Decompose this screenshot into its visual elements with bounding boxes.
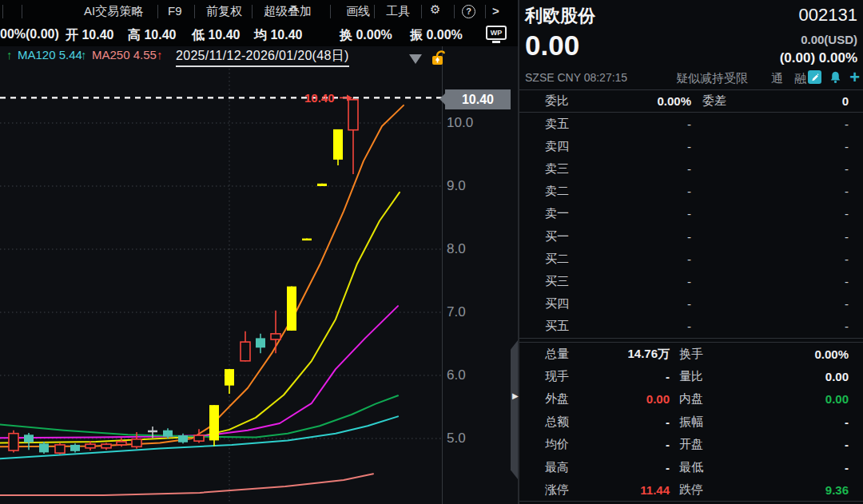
stat-value: 0.00 [735, 392, 849, 406]
usd-price: 0.00(USD) [801, 33, 857, 46]
weicha-value: 0 [726, 94, 849, 108]
level-volume: - [691, 252, 849, 266]
stat-value: 0.00 [601, 392, 670, 406]
quote-low: 低 10.40 [192, 27, 240, 44]
level-label: 买二 [545, 252, 601, 267]
last-price: 0.00 [525, 30, 579, 62]
ma120-label: MA120 5.44 [18, 48, 82, 62]
tab-f9[interactable]: F9 [168, 4, 182, 18]
price-change: (0.00) 0.00% [780, 50, 857, 66]
ask-row[interactable]: 卖一 - - [519, 203, 863, 225]
stat-label: 总量 [545, 347, 601, 362]
level-volume: - [691, 207, 849, 220]
level-volume: - [691, 275, 849, 288]
stat-label: 涨停 [545, 482, 601, 498]
bid-row[interactable]: 买四 - - [519, 293, 863, 315]
level-volume: - [691, 162, 849, 176]
level-label: 买一 [545, 229, 601, 244]
stat-row: 现手 - 量比 0.00 [519, 365, 863, 387]
level-label: 卖三 [545, 161, 601, 177]
unlock-icon[interactable] [431, 49, 446, 67]
quote-avg: 均 10.40 [254, 27, 302, 44]
bid-row[interactable]: 买五 - - [519, 315, 863, 338]
restriction-tag: 疑似减持受限 [676, 71, 748, 86]
level-label: 卖二 [545, 184, 601, 199]
weibi-row: 委比 0.00% 委差 0 [519, 89, 863, 113]
bid-row[interactable]: 买二 - - [519, 248, 863, 270]
bell-alert-icon[interactable] [829, 71, 841, 84]
stat-label: 总额 [545, 415, 601, 430]
y-axis-tick: 8.0 [447, 241, 466, 257]
add-plus-icon[interactable]: + [849, 71, 860, 84]
tab-draw-line[interactable]: 画线 [346, 4, 370, 19]
stat-row: 均价 - 开盘 - [519, 434, 863, 456]
level-volume: - [691, 319, 849, 333]
ask-row[interactable]: 卖二 - - [519, 181, 863, 203]
level-price: - [601, 230, 691, 244]
stat-value: - [735, 415, 849, 429]
stats-grid: 总量 14.76万 换手 0.00%现手 - 量比 0.00外盘 0.00 内盘… [519, 342, 863, 502]
ask-row[interactable]: 卖三 - - [519, 157, 863, 180]
level-price: - [601, 162, 691, 176]
stat-value: 11.44 [601, 483, 670, 497]
svg-text:10.40: 10.40 [304, 91, 335, 105]
stat-label: 最低 [679, 460, 735, 475]
stat-label: 开盘 [679, 437, 735, 452]
wp-monitor-icon[interactable]: WP [486, 26, 507, 40]
header-icons: + [808, 70, 860, 84]
level-price: - [601, 207, 691, 220]
quote-high: 高 10.40 [128, 27, 176, 44]
gear-icon[interactable]: ⚙ [430, 2, 440, 17]
quote-pct: 00%(0.00) [0, 27, 59, 42]
quote-amplitude: 振 0.00% [410, 27, 463, 44]
level-volume: - [691, 297, 849, 311]
trend-arrow-icon: ↑ [157, 48, 163, 62]
panel-expand-arrow-icon[interactable]: ▶ [512, 391, 519, 400]
level-price: - [601, 275, 691, 288]
ma-legend-row: ↑ MA120 5.44 ↑ MA250 4.55 ↑ 2025/11/12-2… [0, 48, 518, 67]
level-price: - [601, 319, 691, 333]
quote-summary-bar: 00%(0.00) 开 10.40 高 10.40 低 10.40 均 10.4… [0, 23, 518, 46]
level-price: - [601, 297, 691, 311]
stat-label: 最高 [545, 460, 601, 475]
level-label: 买三 [545, 274, 601, 289]
stat-value: - [735, 438, 849, 451]
level-price: - [601, 140, 691, 153]
date-range-selector[interactable]: 2025/11/12-2026/01/20(48日) [176, 48, 349, 67]
stat-label: 现手 [545, 369, 601, 384]
stat-row: 涨停 11.44 跌停 9.36 [519, 478, 863, 501]
stat-value: 9.36 [735, 483, 849, 497]
tab-super-overlay[interactable]: 超级叠加 [264, 4, 312, 19]
ask-row[interactable]: 卖四 - - [519, 135, 863, 157]
stat-label: 量比 [679, 369, 735, 384]
stat-value: - [601, 461, 670, 474]
chart-toolbar: AI交易策略 F9 前复权 超级叠加 画线 工具 ⚙ ? > [0, 0, 518, 23]
y-axis-tick: 10.0 [447, 115, 473, 131]
price-axis: 10.40 10.09.08.07.06.05.0 [442, 46, 518, 504]
stat-row: 总额 - 振幅 - [519, 411, 863, 433]
candlestick-chart[interactable]: 10.40 [0, 46, 442, 504]
stat-label: 跌停 [679, 482, 735, 498]
level-label: 卖四 [545, 139, 601, 154]
bid-row[interactable]: 买三 - - [519, 270, 863, 292]
level-price: - [601, 185, 691, 198]
stat-value: 14.76万 [601, 347, 670, 362]
level-price: - [601, 117, 691, 131]
weibi-value: 0.00% [601, 94, 691, 108]
chevron-right-icon[interactable]: > [492, 4, 499, 18]
stat-value: - [601, 415, 670, 429]
ask-row[interactable]: 卖五 - - [519, 113, 863, 135]
bid-levels: 买一 - -买二 - -买三 - -买四 - -买五 - - [519, 225, 863, 339]
edit-pencil-icon[interactable] [808, 70, 821, 84]
bid-row[interactable]: 买一 - - [519, 225, 863, 248]
level-label: 卖五 [545, 117, 601, 132]
help-icon[interactable]: ? [462, 5, 475, 18]
tab-ai-strategy[interactable]: AI交易策略 [84, 4, 143, 19]
level-label: 买四 [545, 296, 601, 312]
tab-forward-adjust[interactable]: 前复权 [206, 4, 242, 19]
y-axis-tick: 7.0 [447, 304, 466, 320]
dropdown-triangle-icon[interactable] [409, 54, 422, 64]
exchange-time: SZSE CNY 08:27:15 [525, 71, 627, 84]
tab-tools[interactable]: 工具 [386, 4, 410, 19]
stat-label: 内盘 [679, 391, 735, 407]
